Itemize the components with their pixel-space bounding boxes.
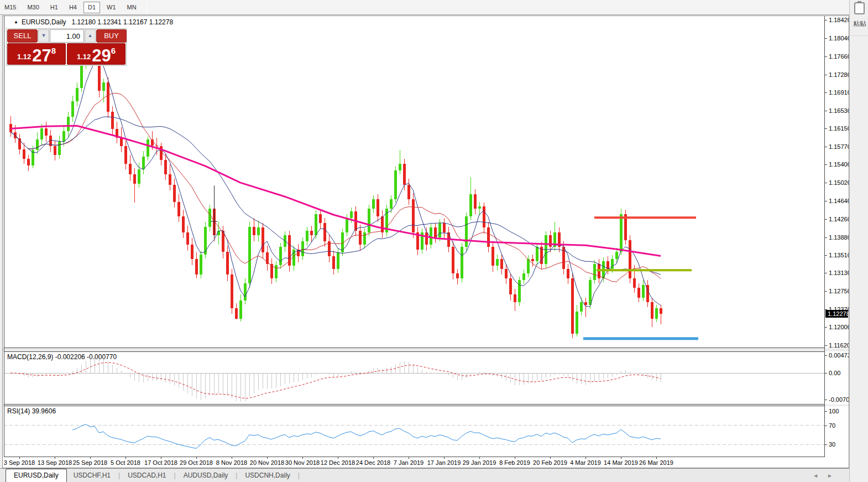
- date-tick-mark: [621, 457, 621, 459]
- chart-window: ▲EURUSD,Daily1.12180 1.12341 1.12167 1.1…: [2, 15, 849, 468]
- chart-tab-audusd[interactable]: AUDUSD,Daily: [177, 469, 235, 482]
- tab-scroll-arrows: ◄►: [813, 473, 833, 482]
- price-tick: 1.14260: [825, 215, 849, 223]
- date-tick-mark: [550, 457, 551, 459]
- date-tick-mark: [19, 457, 20, 459]
- buy-price-small: 1.12: [77, 53, 91, 61]
- chart-tab-bar: EURUSD,DailyUSDCHF,H1|USDCAD,H1|AUDUSD,D…: [0, 468, 849, 482]
- tab-scroll-left-icon[interactable]: ◄: [813, 473, 818, 479]
- price-tick: 1.17280: [825, 71, 849, 79]
- date-tick-mark: [656, 457, 657, 459]
- date-tick-mark: [338, 457, 338, 459]
- rsi-tick: 70: [825, 422, 835, 429]
- date-tick-mark: [267, 457, 268, 459]
- macd-label: MACD(12,26,9) -0.002206 -0.000770: [7, 353, 117, 361]
- price-tick: 1.11620: [825, 341, 849, 349]
- sell-price-big: 27: [32, 49, 51, 63]
- price-tick: 1.15020: [825, 179, 849, 186]
- timeframe-button-d1[interactable]: D1: [83, 2, 100, 13]
- price-tick: 1.13510: [825, 251, 849, 259]
- price-scale[interactable]: 1.184201.180401.176601.172801.169101.165…: [825, 16, 849, 468]
- date-tick-mark: [302, 457, 303, 459]
- price-tick: 1.16910: [825, 89, 849, 96]
- tab-separator: |: [117, 469, 121, 482]
- timeframe-toolbar: M15M30H1H4D1W1MN: [0, 0, 849, 15]
- price-tick: 1.12000: [825, 323, 849, 331]
- volume-increase-button[interactable]: ▲: [85, 29, 96, 43]
- chart-tab-usdchf[interactable]: USDCHF,H1: [67, 469, 117, 482]
- chart-ohlc-header: ▲EURUSD,Daily1.12180 1.12341 1.12167 1.1…: [14, 18, 173, 26]
- macd-pane[interactable]: [4, 352, 824, 404]
- macd-tick: 0.004735: [825, 351, 849, 359]
- tab-separator: |: [173, 469, 177, 482]
- timeframe-button-m30[interactable]: M30: [23, 2, 43, 13]
- price-tick: 1.18040: [825, 34, 849, 42]
- tab-scroll-right-icon[interactable]: ►: [827, 473, 833, 479]
- price-tick: 1.16150: [825, 125, 849, 132]
- volume-input[interactable]: [50, 29, 84, 43]
- sell-price-small: 1.12: [17, 53, 31, 61]
- chart-tab-eurusd[interactable]: EURUSD,Daily: [6, 469, 67, 482]
- date-label: 26 Mar 2019: [631, 459, 681, 466]
- plot-left-border: [4, 16, 4, 457]
- date-tick-mark: [479, 457, 480, 459]
- date-tick-mark: [409, 457, 409, 459]
- price-tick: 1.12750: [825, 287, 849, 295]
- price-tick: 1.18420: [825, 16, 849, 24]
- date-axis[interactable]: 3 Sep 201813 Sep 201825 Sep 20185 Oct 20…: [4, 457, 824, 468]
- buy-price-sup: 6: [111, 46, 116, 55]
- rsi-tick: 30: [825, 440, 835, 448]
- date-tick-mark: [444, 457, 445, 459]
- macd-tick: -0.007087: [825, 396, 849, 403]
- date-tick-mark: [55, 457, 55, 459]
- paste-tool[interactable]: 粘贴: [853, 2, 868, 29]
- date-tick-mark: [515, 457, 515, 459]
- price-tick: 1.13880: [825, 234, 849, 241]
- date-tick-mark: [585, 457, 586, 459]
- chart-tab-usdcnh[interactable]: USDCNH,Daily: [238, 469, 296, 482]
- date-tick-mark: [232, 457, 232, 459]
- current-price-tag: 1.12278: [825, 310, 848, 318]
- ohlc-values: 1.12180 1.12341 1.12167 1.12278: [72, 18, 174, 26]
- chart-tab-usdcad[interactable]: USDCAD,H1: [121, 469, 172, 482]
- timeframe-button-h1[interactable]: H1: [46, 2, 62, 13]
- date-tick-mark: [126, 457, 126, 459]
- rsi-label: RSI(14) 39.9606: [7, 407, 56, 415]
- symbol-label: EURUSD,Daily: [22, 18, 66, 26]
- one-click-trading-panel: SELL ▼ ▲ BUY 1.12 27 8 1.12 29 6: [6, 28, 127, 66]
- sell-price-tile[interactable]: 1.12 27 8: [7, 43, 66, 65]
- macd-tick: 0.00: [825, 369, 840, 377]
- collapse-arrow-icon[interactable]: ▲: [14, 19, 18, 24]
- price-tick: 1.16530: [825, 107, 849, 115]
- price-tick: 1.17660: [825, 53, 849, 60]
- price-tick: 1.15770: [825, 143, 849, 151]
- rsi-pane[interactable]: [4, 406, 824, 457]
- date-tick-mark: [161, 457, 161, 459]
- buy-button[interactable]: BUY: [96, 29, 127, 43]
- paste-label: 粘贴: [853, 19, 868, 29]
- volume-decrease-button[interactable]: ▼: [38, 29, 49, 43]
- tab-separator: |: [234, 469, 238, 482]
- price-tick: 1.14640: [825, 197, 849, 205]
- timeframe-button-m15[interactable]: M15: [0, 2, 20, 13]
- date-tick-mark: [90, 457, 91, 459]
- price-chart-pane[interactable]: [4, 16, 824, 348]
- price-tick: 1.15400: [825, 160, 849, 168]
- sell-button[interactable]: SELL: [7, 29, 38, 43]
- buy-price-tile[interactable]: 1.12 29 6: [67, 43, 126, 65]
- timeframe-button-w1[interactable]: W1: [102, 2, 121, 13]
- rsi-tick: 100: [825, 407, 839, 415]
- tab-separator: |: [297, 469, 301, 482]
- buy-price-big: 29: [92, 49, 111, 63]
- clipboard-icon: [854, 2, 865, 14]
- date-tick-mark: [373, 457, 374, 459]
- sell-price-sup: 8: [51, 46, 56, 55]
- timeframe-button-mn[interactable]: MN: [123, 2, 141, 13]
- right-edge-panel: 粘贴: [849, 0, 868, 482]
- date-tick-mark: [196, 457, 197, 459]
- divider: [850, 35, 868, 36]
- toolbar-separator: [147, 2, 147, 13]
- price-tick: 1.13130: [825, 269, 849, 277]
- timeframe-button-h4[interactable]: H4: [65, 2, 81, 13]
